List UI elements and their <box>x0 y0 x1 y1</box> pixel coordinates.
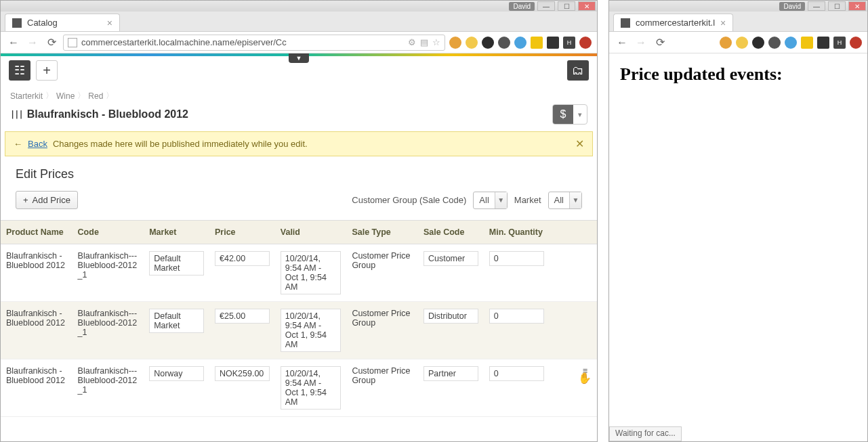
ext-square1-icon[interactable] <box>531 37 543 49</box>
forward-button[interactable]: → <box>634 35 648 50</box>
add-price-button[interactable]: + Add Price <box>16 191 78 209</box>
back-button[interactable]: ← <box>615 35 629 50</box>
close-button[interactable]: ✕ <box>578 1 596 11</box>
cell-price[interactable]: €25.00 <box>209 302 275 359</box>
ext-spider-icon[interactable] <box>768 37 781 49</box>
tab-strip: Catalog × <box>1 12 597 32</box>
cell-valid[interactable]: 10/20/14, 9:54 AM - Oct 1, 9:54 AM <box>275 244 347 302</box>
maximize-button[interactable]: ☐ <box>828 1 846 11</box>
cell-market[interactable]: Norway <box>144 359 209 417</box>
cell-price[interactable]: NOK259.00 <box>209 359 275 417</box>
market-filter-select[interactable]: All ▼ <box>548 192 582 209</box>
add-button[interactable]: + <box>36 60 58 81</box>
tab-close-icon[interactable]: × <box>720 18 726 28</box>
cell-min-qty[interactable]: 0 <box>484 244 550 302</box>
reload-button[interactable]: ⟳ <box>44 35 59 50</box>
table-row[interactable]: Blaufrankisch - Blueblood 2012Blaufranki… <box>1 359 597 417</box>
back-link[interactable]: Back <box>28 139 47 149</box>
cell-sale-type: Customer Price Group <box>346 359 418 417</box>
cell-min-qty[interactable]: 0 <box>484 359 550 417</box>
assets-button[interactable]: 🗂 <box>567 60 589 81</box>
row-action[interactable] <box>550 302 597 359</box>
address-bar[interactable]: commercestarterkit.localmachine.name/epi… <box>63 35 445 51</box>
crumb-1[interactable]: Wine <box>56 91 75 101</box>
ext-red-icon[interactable] <box>579 37 592 49</box>
browser-tab[interactable]: Catalog × <box>5 14 120 31</box>
ext-yellow-icon[interactable] <box>466 37 478 49</box>
ext-h-icon[interactable]: H <box>563 37 575 49</box>
favicon-icon <box>621 18 630 28</box>
col-market[interactable]: Market <box>144 221 209 244</box>
star-icon[interactable]: ☆ <box>432 37 440 47</box>
cell-valid[interactable]: 10/20/14, 9:54 AM - Oct 1, 9:54 AM <box>275 302 347 359</box>
chevron-down-icon: ▼ <box>569 192 581 208</box>
user-badge: David <box>779 2 805 11</box>
col-min-qty[interactable]: Min. Quantity <box>484 221 550 244</box>
status-bar: Waiting for cac... <box>609 426 682 441</box>
row-action[interactable] <box>550 244 597 302</box>
browser-toolbar: ← → ⟳ commercestarterkit.localmachine.na… <box>1 32 597 53</box>
ext-red-icon[interactable] <box>850 37 862 49</box>
drawer-toggle[interactable]: ▼ <box>289 53 309 63</box>
forward-button[interactable]: → <box>25 35 40 50</box>
page-title: ||| Blaufrankisch - Blueblood 2012 <box>10 108 188 120</box>
ext-square1-icon[interactable] <box>801 37 813 49</box>
cell-code: Blaufrankisch---Blueblood-2012_1 <box>73 302 144 359</box>
chevron-down-icon: ▾ <box>573 110 587 119</box>
col-valid[interactable]: Valid <box>275 221 347 244</box>
tab-close-icon[interactable]: × <box>107 18 112 28</box>
reader-icon[interactable]: ▤ <box>420 37 428 47</box>
ext-blue-icon[interactable] <box>514 37 526 49</box>
col-code[interactable]: Code <box>73 221 144 244</box>
table-row[interactable]: Blaufrankisch - Blueblood 2012Blaufranki… <box>1 244 597 302</box>
events-heading: Price updated events: <box>620 64 856 85</box>
tab-title: commercestarterkit.l <box>636 18 715 28</box>
col-price[interactable]: Price <box>209 221 275 244</box>
cell-sale-code[interactable]: Distributor <box>418 302 484 359</box>
ext-h-icon[interactable]: H <box>833 37 846 49</box>
tree-button[interactable]: ☷ <box>9 60 30 81</box>
ext-spider-icon[interactable] <box>498 37 510 49</box>
prices-table: Product Name Code Market Price Valid Sal… <box>1 220 597 417</box>
reload-button[interactable]: ⟳ <box>653 35 667 50</box>
chevron-right-icon: 〉 <box>77 90 85 102</box>
alert-close-icon[interactable]: ✕ <box>575 137 584 150</box>
col-sale-type[interactable]: Sale Type <box>346 221 418 244</box>
table-header-row: Product Name Code Market Price Valid Sal… <box>1 221 597 244</box>
cell-min-qty[interactable]: 0 <box>484 302 550 359</box>
ext-cast-icon[interactable] <box>547 37 559 49</box>
ext-cookie-icon[interactable] <box>720 37 732 49</box>
maximize-button[interactable]: ☐ <box>558 1 575 11</box>
browser-tab[interactable]: commercestarterkit.l × <box>613 14 733 31</box>
col-product-name[interactable]: Product Name <box>1 221 73 244</box>
cell-price[interactable]: €42.00 <box>209 244 275 302</box>
ext-cast-icon[interactable] <box>817 37 829 49</box>
crumb-2[interactable]: Red <box>88 91 103 101</box>
row-action[interactable]: ≡✋ <box>550 359 597 417</box>
cell-market[interactable]: Default Market <box>144 244 209 302</box>
col-sale-code[interactable]: Sale Code <box>418 221 484 244</box>
ext-yellow-icon[interactable] <box>736 37 748 49</box>
currency-button[interactable]: $ ▾ <box>552 104 587 125</box>
ext-dark-icon[interactable] <box>482 37 494 49</box>
ext-cookie-icon[interactable] <box>449 37 461 49</box>
table-row[interactable]: Blaufrankisch - Blueblood 2012Blaufranki… <box>1 302 597 359</box>
cell-sale-code[interactable]: Partner <box>418 359 484 417</box>
bookmark-icon[interactable]: ⚙ <box>408 37 416 47</box>
minimize-button[interactable]: — <box>808 1 825 11</box>
cell-valid[interactable]: 10/20/14, 9:54 AM - Oct 1, 9:54 AM <box>275 359 347 417</box>
close-button[interactable]: ✕ <box>848 1 866 11</box>
back-arrow-icon: ← <box>14 139 22 149</box>
back-button[interactable]: ← <box>6 35 21 50</box>
ext-blue-icon[interactable] <box>785 37 797 49</box>
page-content: ▼ ☷ + 🗂 Starterkit 〉 Wine 〉 Red 〉 ||| Bl… <box>1 53 597 441</box>
user-badge: David <box>509 2 535 11</box>
group-filter-select[interactable]: All ▼ <box>473 192 507 209</box>
cell-market[interactable]: Default Market <box>144 302 209 359</box>
crumb-0[interactable]: Starterkit <box>10 91 43 101</box>
filter-row: + Add Price Customer Group (Sale Code) A… <box>1 191 597 220</box>
ext-dark-icon[interactable] <box>752 37 764 49</box>
minimize-button[interactable]: — <box>537 1 555 11</box>
chevron-right-icon: 〉 <box>45 90 54 102</box>
cell-sale-code[interactable]: Customer <box>418 244 484 302</box>
